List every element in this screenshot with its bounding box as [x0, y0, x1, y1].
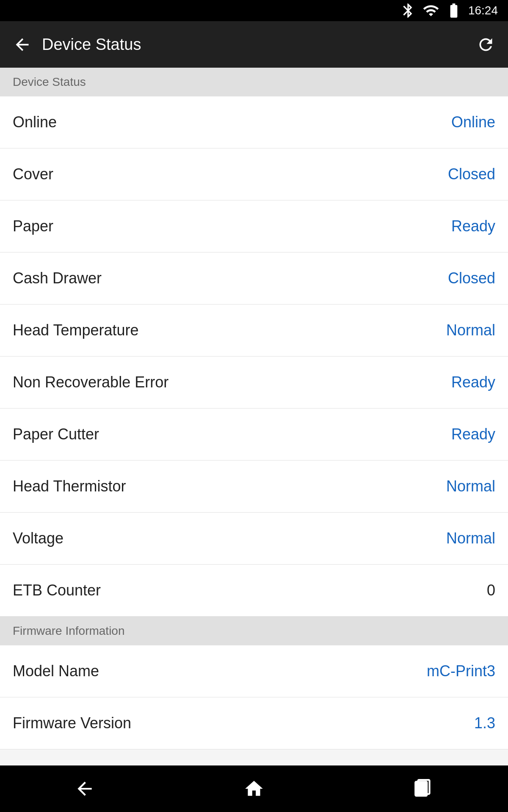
list-item-online: Online Online — [0, 96, 508, 148]
value-paper: Ready — [451, 217, 495, 235]
value-online: Online — [451, 113, 495, 131]
app-bar: Device Status — [0, 21, 508, 68]
label-online: Online — [13, 113, 57, 131]
nav-home-icon — [243, 778, 265, 799]
list-item-cover: Cover Closed — [0, 148, 508, 200]
value-model-name: mC-Print3 — [427, 662, 495, 680]
value-paper-cutter: Ready — [451, 425, 495, 443]
list-item-paper-cutter: Paper Cutter Ready — [0, 409, 508, 461]
list-item-head-temperature: Head Temperature Normal — [0, 304, 508, 357]
label-head-thermistor: Head Thermistor — [13, 477, 126, 495]
nav-bar — [0, 765, 508, 812]
status-icons: 16:24 — [400, 2, 498, 19]
value-head-temperature: Normal — [446, 321, 495, 339]
label-voltage: Voltage — [13, 529, 64, 547]
label-model-name: Model Name — [13, 662, 99, 680]
value-cash-drawer: Closed — [448, 269, 495, 287]
battery-icon — [445, 2, 462, 19]
label-cover: Cover — [13, 165, 53, 183]
list-item-cash-drawer: Cash Drawer Closed — [0, 252, 508, 304]
nav-recent-button[interactable] — [406, 772, 440, 806]
nav-home-button[interactable] — [237, 772, 271, 806]
value-firmware-version: 1.3 — [474, 714, 495, 732]
list-item-etb-counter: ETB Counter 0 — [0, 565, 508, 617]
section-header-firmware: Firmware Information — [0, 617, 508, 645]
value-etb-counter: 0 — [487, 582, 495, 599]
label-firmware-version: Firmware Version — [13, 714, 131, 732]
nav-recent-icon — [413, 778, 434, 799]
label-cash-drawer: Cash Drawer — [13, 269, 102, 287]
value-head-thermistor: Normal — [446, 477, 495, 495]
label-etb-counter: ETB Counter — [13, 582, 101, 599]
label-paper: Paper — [13, 217, 53, 235]
back-arrow-icon — [13, 35, 32, 54]
label-non-recoverable-error: Non Recoverable Error — [13, 373, 168, 391]
list-item-model-name: Model Name mC-Print3 — [0, 645, 508, 697]
label-paper-cutter: Paper Cutter — [13, 425, 99, 443]
back-button[interactable] — [13, 35, 32, 54]
app-bar-title: Device Status — [42, 36, 476, 54]
section-header-device-status: Device Status — [0, 68, 508, 96]
status-time: 16:24 — [468, 4, 498, 17]
list-item-non-recoverable-error: Non Recoverable Error Ready — [0, 357, 508, 409]
value-cover: Closed — [448, 165, 495, 183]
value-voltage: Normal — [446, 529, 495, 547]
refresh-icon — [476, 35, 495, 54]
bluetooth-icon — [400, 2, 417, 19]
nav-back-button[interactable] — [68, 772, 102, 806]
label-head-temperature: Head Temperature — [13, 321, 139, 339]
nav-back-icon — [74, 778, 95, 799]
refresh-button[interactable] — [476, 35, 495, 54]
list-item-paper: Paper Ready — [0, 200, 508, 252]
value-non-recoverable-error: Ready — [451, 373, 495, 391]
content: Device Status Online Online Cover Closed… — [0, 68, 508, 765]
list-item-firmware-version: Firmware Version 1.3 — [0, 697, 508, 749]
status-bar: 16:24 — [0, 0, 508, 21]
wifi-icon — [422, 2, 439, 19]
list-item-head-thermistor: Head Thermistor Normal — [0, 461, 508, 513]
list-item-voltage: Voltage Normal — [0, 513, 508, 565]
